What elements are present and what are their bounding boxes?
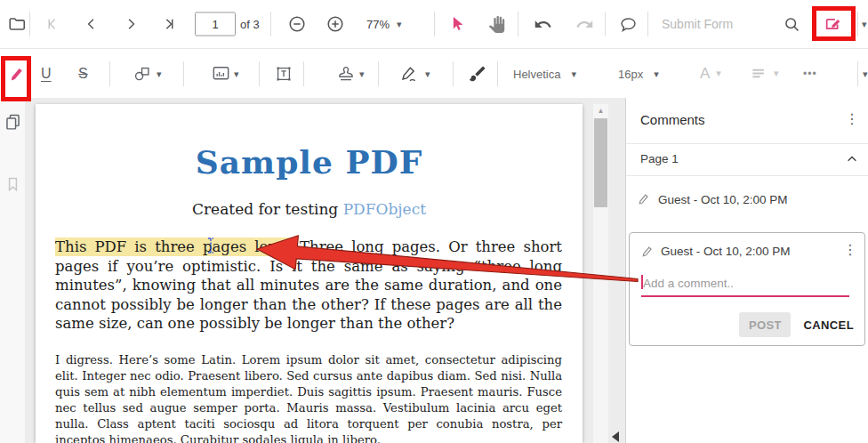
image-tool-button[interactable]: [208, 61, 233, 86]
comment-author: Guest - Oct 10, 2:00 PM: [658, 193, 788, 206]
chevron-down-icon: ▾: [654, 68, 659, 78]
zoom-level-dropdown[interactable]: 77% ▾: [366, 18, 402, 31]
divider: [109, 61, 110, 86]
pan-tool-button[interactable]: [484, 12, 509, 36]
scroll-up-arrow-icon[interactable]: ▲: [593, 106, 608, 117]
redo-button[interactable]: [572, 12, 597, 36]
document-title: Sample PDF: [36, 143, 583, 181]
kebab-menu-icon[interactable]: ⋮: [843, 243, 857, 257]
pdfobject-link[interactable]: PDFObject: [343, 200, 426, 218]
font-size-dropdown[interactable]: 16px ▾: [618, 67, 659, 80]
search-icon: [783, 15, 801, 34]
divider: [434, 12, 435, 36]
folder-icon: [7, 14, 27, 34]
chevron-down-icon: ▾: [716, 68, 721, 78]
pages-icon: [4, 112, 22, 132]
stamp-tool-button[interactable]: [334, 61, 358, 86]
divider: [29, 12, 30, 36]
panel-collapse-arrow[interactable]: [612, 431, 619, 442]
divider: [259, 61, 260, 86]
kebab-menu-icon[interactable]: ⋮: [845, 112, 859, 126]
signature-tool-button[interactable]: [397, 61, 422, 86]
zoom-in-icon: [326, 14, 345, 34]
font-family-dropdown[interactable]: Helvetica ▾: [513, 67, 576, 80]
comment-item[interactable]: Guest - Oct 10, 2:00 PM: [626, 184, 868, 214]
chevron-left-icon: [84, 16, 100, 32]
top-toolbar: of 3 77% ▾: [0, 0, 868, 49]
vertical-scrollbar[interactable]: ▲: [593, 104, 608, 443]
text-cursor: [641, 275, 643, 289]
chevron-down-icon: ▾: [774, 68, 779, 78]
comment-tool-button[interactable]: [615, 12, 640, 36]
first-page-button[interactable]: [40, 12, 65, 36]
post-button[interactable]: POST: [739, 312, 791, 337]
divider: [647, 12, 648, 36]
paragraph-1: This PDF is three pages long. Three long…: [36, 238, 583, 334]
page-1-section-header[interactable]: Page 1: [626, 144, 868, 176]
divider: [453, 61, 454, 86]
highlight-annotation[interactable]: This PDF is three pages long.: [55, 238, 292, 256]
left-sidebar: [0, 98, 25, 443]
shapes-tool-button[interactable]: [130, 61, 155, 86]
chevron-down-icon[interactable]: ▾: [425, 68, 430, 78]
strikethrough-tool-button[interactable]: S: [78, 66, 88, 82]
page-number-input[interactable]: [195, 12, 236, 36]
search-button[interactable]: [779, 12, 804, 36]
underline-tool-button[interactable]: U: [41, 66, 52, 82]
page-thumbnails-button[interactable]: [4, 112, 22, 132]
shapes-icon: [133, 64, 152, 84]
stamp-icon: [336, 64, 356, 84]
divider: [183, 61, 184, 86]
select-tool-button[interactable]: [445, 12, 470, 36]
font-family-value: Helvetica: [513, 67, 560, 80]
more-options-button[interactable]: •••: [803, 68, 817, 80]
zoom-in-button[interactable]: [323, 12, 348, 36]
pdf-page: Sample PDF Created for testing PDFObject…: [36, 104, 583, 443]
chevron-down-icon[interactable]: ▾: [863, 68, 868, 78]
chevron-down-icon[interactable]: ▾: [234, 68, 239, 78]
zoom-level-value: 77%: [366, 18, 390, 31]
last-page-button[interactable]: [157, 12, 181, 36]
freehand-tool-button[interactable]: [465, 61, 490, 86]
divider: [303, 61, 304, 86]
textbox-tool-button[interactable]: [271, 61, 296, 86]
hand-icon: [488, 16, 505, 33]
comments-header: Comments ⋮: [626, 98, 868, 144]
align-lines-icon: [750, 65, 768, 83]
highlighter-icon: [8, 64, 28, 84]
bookmarks-button[interactable]: [4, 174, 22, 194]
cancel-button[interactable]: CANCEL: [803, 318, 854, 332]
divider: [270, 12, 271, 36]
scrollbar-thumb[interactable]: [594, 118, 607, 207]
main-area: Sample PDF Created for testing PDFObject…: [0, 98, 868, 443]
comments-title: Comments: [640, 112, 705, 127]
pdf-viewer-app: of 3 77% ▾: [0, 0, 868, 443]
comment-input[interactable]: [641, 270, 853, 295]
edit-annotations-button[interactable]: [821, 12, 846, 36]
open-file-button[interactable]: [4, 12, 29, 36]
chevron-down-icon[interactable]: ▾: [157, 68, 162, 78]
annotation-toolbar: U S ▾ ▾: [0, 49, 868, 99]
text-align-dropdown[interactable]: ▾: [750, 65, 779, 83]
speech-bubble-icon: [619, 15, 638, 34]
chevron-down-icon[interactable]: ▾: [862, 20, 867, 29]
previous-page-button[interactable]: [79, 12, 104, 36]
text-color-dropdown[interactable]: A ▾: [700, 65, 721, 83]
image-icon: [211, 63, 231, 84]
fountain-pen-icon: [399, 64, 419, 84]
highlight-tool-button[interactable]: [5, 61, 30, 86]
next-page-button[interactable]: [118, 12, 143, 36]
cursor-pointer-icon: [448, 15, 466, 33]
page-count-label: of 3: [240, 18, 260, 31]
chevron-down-icon: ▾: [397, 20, 402, 29]
chevron-down-icon[interactable]: ▾: [359, 68, 365, 78]
divider: [857, 12, 858, 36]
textbox-icon: [274, 64, 293, 84]
last-page-icon: [161, 16, 177, 32]
undo-button[interactable]: [530, 12, 555, 36]
submit-form-button[interactable]: Submit Form: [662, 17, 733, 31]
text-color-label: A: [700, 65, 710, 83]
comment-author: Guest - Oct 10, 2:00 PM: [661, 245, 791, 258]
chevron-right-icon: [123, 16, 139, 32]
zoom-out-button[interactable]: [285, 12, 309, 36]
